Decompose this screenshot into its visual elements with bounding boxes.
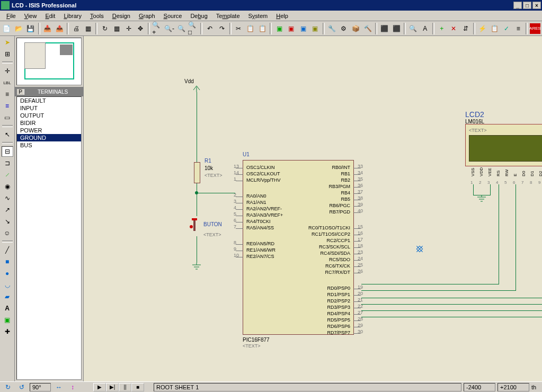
- menu-design[interactable]: Design: [108, 12, 135, 20]
- menu-view[interactable]: View: [20, 12, 41, 20]
- block-copy-icon[interactable]: ▣: [273, 23, 285, 34]
- decompose-icon[interactable]: 🔨: [362, 23, 374, 34]
- terminal-item-bus[interactable]: BUS: [17, 141, 81, 149]
- package-icon[interactable]: 📦: [350, 23, 362, 34]
- lcd-component[interactable]: <TEXT>: [465, 124, 542, 166]
- step-button[interactable]: ▶|: [106, 383, 119, 391]
- terminal-item-default[interactable]: DEFAULT: [17, 97, 81, 104]
- netlist-icon[interactable]: ≡: [512, 23, 524, 34]
- copy-icon[interactable]: 📋: [245, 23, 256, 34]
- refresh-icon[interactable]: ↻: [99, 23, 111, 34]
- block-move-icon[interactable]: ▣: [286, 23, 297, 34]
- terminal-item-ground[interactable]: GROUND: [17, 134, 81, 141]
- circle-icon[interactable]: ●: [2, 268, 13, 279]
- pick-devices-button[interactable]: P: [17, 89, 24, 95]
- graph-mode-icon[interactable]: ⟋: [2, 170, 13, 180]
- menu-help[interactable]: Help: [272, 12, 292, 20]
- make-device-icon[interactable]: ⚙: [338, 23, 350, 34]
- area-icon[interactable]: ▦: [82, 23, 94, 34]
- maximize-button[interactable]: □: [523, 2, 531, 9]
- voltage-probe-icon[interactable]: ↗: [2, 204, 13, 215]
- design-explorer-icon[interactable]: ⚡: [477, 23, 488, 34]
- redo-icon[interactable]: ↷: [216, 23, 228, 34]
- pause-button[interactable]: ||: [119, 383, 131, 391]
- selection-mode-icon[interactable]: ➤: [2, 37, 13, 48]
- terminals-list[interactable]: DEFAULTINPUTOUTPUTBIDIRPOWERGROUNDBUS: [16, 96, 82, 380]
- save-icon[interactable]: 💾: [25, 23, 37, 34]
- line-icon[interactable]: ╱: [2, 245, 13, 255]
- flip-v-icon[interactable]: ↕: [67, 382, 78, 393]
- block-rotate-icon[interactable]: ▣: [297, 23, 309, 34]
- overview-panel[interactable]: [16, 38, 82, 85]
- play-button[interactable]: ▶: [93, 383, 106, 391]
- delete-sheet-icon[interactable]: ✕: [448, 23, 460, 34]
- path-icon[interactable]: ▰: [2, 291, 13, 302]
- toggle-icon[interactable]: ⬛: [390, 23, 402, 34]
- zoom-all-icon[interactable]: 🔍: [175, 23, 187, 34]
- menu-template[interactable]: Template: [212, 12, 244, 20]
- subcircuit-icon[interactable]: ▭: [2, 112, 13, 123]
- stop-button[interactable]: ■: [131, 383, 144, 391]
- box-icon[interactable]: ■: [2, 256, 13, 267]
- close-button[interactable]: ×: [532, 2, 541, 9]
- resistor-r1[interactable]: [194, 162, 200, 183]
- property-icon[interactable]: A: [419, 23, 431, 34]
- button-component[interactable]: [190, 216, 200, 232]
- cut-icon[interactable]: ✂: [233, 23, 245, 34]
- flip-h-icon[interactable]: ↔: [53, 382, 65, 393]
- menu-tools[interactable]: Tools: [86, 12, 108, 20]
- terminal-item-bidir[interactable]: BIDIR: [17, 119, 81, 127]
- menu-library[interactable]: Library: [59, 12, 86, 20]
- menu-source[interactable]: Source: [159, 12, 186, 20]
- menu-debug[interactable]: Debug: [186, 12, 211, 20]
- generator-icon[interactable]: ∿: [2, 193, 13, 203]
- open-icon[interactable]: 📂: [13, 23, 25, 34]
- terminal-item-output[interactable]: OUTPUT: [17, 112, 81, 119]
- junction-icon[interactable]: ✛: [2, 66, 13, 76]
- zoom-area-icon[interactable]: 🔍□: [188, 23, 199, 34]
- block-delete-icon[interactable]: ▣: [309, 23, 321, 34]
- rotate-ccw-icon[interactable]: ↺: [16, 382, 28, 393]
- wire-label-icon[interactable]: ⬛: [379, 23, 390, 34]
- zoom-in-icon[interactable]: 🔍+: [152, 23, 163, 34]
- text-script-icon[interactable]: ≡: [2, 89, 13, 100]
- search-icon[interactable]: 🔍: [407, 23, 419, 34]
- import-icon[interactable]: 📥: [42, 23, 54, 34]
- ares-icon[interactable]: ARES: [529, 23, 541, 34]
- terminal-item-power[interactable]: POWER: [17, 127, 81, 134]
- paste-icon[interactable]: 📋: [257, 23, 269, 34]
- tape-icon[interactable]: ◉: [2, 181, 13, 192]
- rotation-field[interactable]: 90°: [30, 383, 51, 391]
- menu-system[interactable]: System: [244, 12, 272, 20]
- schematic-canvas[interactable]: Vdd R1 10k <TEXT> BUTON <TEXT> U1 OSC1/C…: [84, 36, 542, 381]
- zoom-out-icon[interactable]: 🔍-: [164, 23, 175, 34]
- goto-sheet-icon[interactable]: ⇵: [460, 23, 472, 34]
- terminal-item-input[interactable]: INPUT: [17, 104, 81, 112]
- virtual-instrument-icon[interactable]: ☺: [2, 228, 13, 238]
- minimize-button[interactable]: _: [513, 2, 522, 9]
- bom-icon[interactable]: 📋: [488, 23, 500, 34]
- grid-icon[interactable]: ▦: [111, 23, 122, 34]
- chip-u1[interactable]: OSC1/CLKIN13OSC2/CLKOUT14MCLR/Vpp/THV1RA…: [243, 160, 354, 335]
- erc-icon[interactable]: ✓: [501, 23, 512, 34]
- bus-icon[interactable]: ≡: [2, 101, 13, 111]
- menu-graph[interactable]: Graph: [135, 12, 159, 20]
- print-icon[interactable]: 🖨: [70, 23, 82, 34]
- symbol-icon[interactable]: ▣: [2, 315, 13, 325]
- marker-icon[interactable]: ✚: [2, 326, 13, 337]
- current-probe-icon[interactable]: ↘: [2, 216, 13, 227]
- text-icon[interactable]: A: [2, 303, 13, 314]
- export-icon[interactable]: 📤: [54, 23, 65, 34]
- pick-icon[interactable]: 🔧: [326, 23, 338, 34]
- wire-label-mode-icon[interactable]: LBL: [2, 77, 13, 88]
- arc-icon[interactable]: ◡: [2, 280, 13, 290]
- pan-icon[interactable]: ✥: [135, 23, 147, 34]
- new-icon[interactable]: 📄: [1, 23, 13, 34]
- undo-icon[interactable]: ↶: [204, 23, 216, 34]
- origin-icon[interactable]: ✛: [123, 23, 135, 34]
- menu-file[interactable]: File: [2, 12, 20, 20]
- new-sheet-icon[interactable]: +: [436, 23, 448, 34]
- edit-arrow-icon[interactable]: ↖: [2, 129, 13, 140]
- terminal-mode-icon[interactable]: ⊟: [2, 146, 13, 157]
- device-pin-icon[interactable]: ⊐: [2, 158, 13, 168]
